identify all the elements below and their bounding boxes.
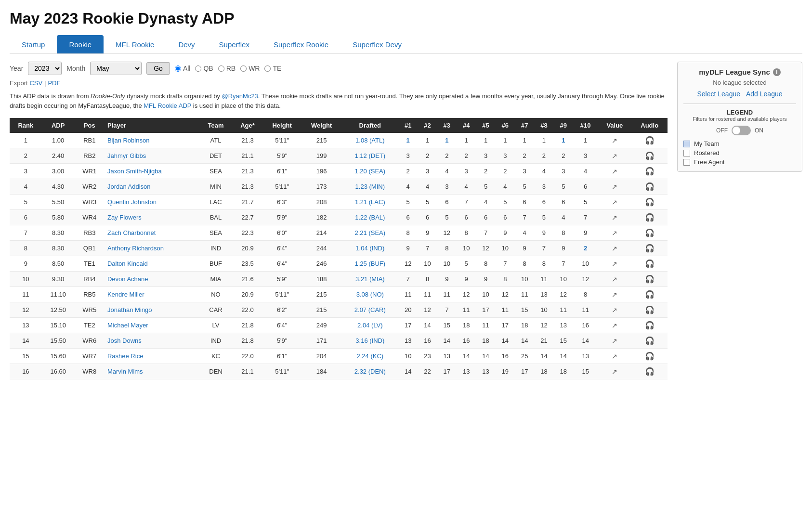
audio-icon[interactable]: 🎧 <box>645 152 655 160</box>
tab-superflex-devy[interactable]: Superflex Devy <box>341 35 414 53</box>
adp: 1.00 <box>42 133 75 148</box>
pick-1: 1 <box>398 133 418 148</box>
drafted-link[interactable]: 2.21 (SEA) <box>355 229 386 236</box>
audio-icon[interactable]: 🎧 <box>645 244 655 252</box>
player-link[interactable]: Anthony Richardson <box>107 245 164 252</box>
pick-5: 8 <box>476 256 495 272</box>
export-pdf[interactable]: PDF <box>48 79 60 87</box>
filter-te-label[interactable]: TE <box>264 65 281 72</box>
audio-icon[interactable]: 🎧 <box>645 198 655 206</box>
filter-te-radio[interactable] <box>264 65 271 72</box>
add-league-link[interactable]: Add League <box>746 90 783 98</box>
player-link[interactable]: Jonathan Mingo <box>107 306 152 313</box>
toggle-switch[interactable] <box>732 126 751 135</box>
drafted-link[interactable]: 1.25 (BUF) <box>355 260 386 267</box>
month-select[interactable]: January February March April May June Ju… <box>90 62 142 75</box>
filter-rb-label[interactable]: RB <box>218 65 236 72</box>
audio-icon[interactable]: 🎧 <box>645 321 655 329</box>
drafted-link[interactable]: 2.07 (CAR) <box>354 306 386 313</box>
pick-7: 9 <box>515 241 534 256</box>
audio-icon[interactable]: 🎧 <box>645 182 655 191</box>
pick-9: 3 <box>554 164 573 179</box>
player-link[interactable]: Rashee Rice <box>107 352 143 360</box>
filter-all-label[interactable]: All <box>175 65 191 72</box>
free-agent-checkbox[interactable] <box>683 159 690 166</box>
drafted-link[interactable]: 2.24 (KC) <box>356 352 383 360</box>
player-link[interactable]: Zach Charbonnet <box>107 229 156 236</box>
drafted-link[interactable]: 2.04 (LV) <box>357 322 383 329</box>
height: 6'2" <box>263 302 301 318</box>
player-link[interactable]: Dalton Kincaid <box>107 260 148 267</box>
weight: 196 <box>301 164 342 179</box>
rostered-checkbox[interactable] <box>683 150 690 156</box>
right-panel: myDLF League Sync i No league selected S… <box>677 62 802 172</box>
tab-mfl-rookie[interactable]: MFL Rookie <box>104 35 166 53</box>
tab-superflex[interactable]: Superflex <box>207 35 262 53</box>
filter-all-radio[interactable] <box>175 65 181 72</box>
drafted-link[interactable]: 1.21 (LAC) <box>355 198 385 206</box>
pick-7: 4 <box>515 225 534 241</box>
pick-1: 2 <box>398 164 418 179</box>
filter-qb-radio[interactable] <box>195 65 201 72</box>
export-csv[interactable]: CSV <box>29 79 42 87</box>
player-link[interactable]: Jordan Addison <box>107 183 151 190</box>
info-icon[interactable]: i <box>773 68 781 76</box>
pos: WR2 <box>75 179 105 195</box>
audio-icon[interactable]: 🎧 <box>645 260 655 268</box>
filter-wr-radio[interactable] <box>240 65 247 72</box>
drafted-link[interactable]: 3.16 (IND) <box>355 337 384 344</box>
drafted-link[interactable]: 2.32 (DEN) <box>354 368 386 375</box>
table-row: 15 15.60 WR7 Rashee Rice KC 22.0 6'1" 20… <box>10 349 668 364</box>
audio-icon[interactable]: 🎧 <box>645 290 655 299</box>
audio-icon[interactable]: 🎧 <box>645 367 655 376</box>
drafted-link[interactable]: 1.08 (ATL) <box>355 137 384 144</box>
audio-icon[interactable]: 🎧 <box>645 352 655 360</box>
player-link[interactable]: Bijan Robinson <box>107 137 149 144</box>
drafted-link[interactable]: 1.22 (BAL) <box>355 214 385 221</box>
audio-icon[interactable]: 🎧 <box>645 275 655 283</box>
my-team-label: My Team <box>694 140 720 147</box>
player-link[interactable]: Kendre Miller <box>107 291 144 298</box>
mfl-rookie-link[interactable]: MFL Rookie ADP <box>144 102 191 109</box>
player-link[interactable]: Devon Achane <box>107 275 148 283</box>
pick-5: 3 <box>476 148 495 164</box>
filter-wr-label[interactable]: WR <box>240 65 260 72</box>
filter-rb-radio[interactable] <box>218 65 224 72</box>
select-league-link[interactable]: Select League <box>697 90 740 98</box>
audio-icon[interactable]: 🎧 <box>645 167 655 175</box>
player-link[interactable]: Jaxon Smith-Njigba <box>107 168 162 175</box>
audio-icon[interactable]: 🎧 <box>645 213 655 221</box>
tab-devy[interactable]: Devy <box>166 35 207 53</box>
audio-icon[interactable]: 🎧 <box>645 306 655 314</box>
filter-qb-label[interactable]: QB <box>195 65 213 72</box>
player-link[interactable]: Marvin Mims <box>107 368 143 375</box>
go-button[interactable]: Go <box>146 62 170 75</box>
year-select[interactable]: 2021 2022 2023 2024 <box>28 62 62 75</box>
player-link[interactable]: Josh Downs <box>107 337 142 344</box>
audio-icon[interactable]: 🎧 <box>645 229 655 237</box>
audio-icon[interactable]: 🎧 <box>645 136 655 144</box>
player-name: Jonathan Mingo <box>105 302 199 318</box>
tab-superflex-rookie[interactable]: Superflex Rookie <box>262 35 341 53</box>
pick-2: 16 <box>418 333 437 349</box>
weight: 208 <box>301 195 342 210</box>
drafted-link[interactable]: 1.23 (MIN) <box>355 183 385 190</box>
drafted-link[interactable]: 1.20 (SEA) <box>355 168 386 175</box>
my-team-checkbox[interactable] <box>683 141 690 147</box>
tab-rookie[interactable]: Rookie <box>57 35 104 53</box>
player-link[interactable]: Jahmyr Gibbs <box>107 152 146 159</box>
drafted-link[interactable]: 1.04 (IND) <box>355 245 384 252</box>
player-link[interactable]: Michael Mayer <box>107 322 148 329</box>
rank: 14 <box>10 333 42 349</box>
ryan-link[interactable]: @RyanMc23 <box>222 92 258 100</box>
player-link[interactable]: Zay Flowers <box>107 214 142 221</box>
adp: 8.30 <box>42 241 75 256</box>
tab-startup[interactable]: Startup <box>10 35 57 53</box>
pick-8: 14 <box>534 349 553 364</box>
pick-3: 5 <box>437 210 457 225</box>
drafted-link[interactable]: 3.08 (NO) <box>356 291 384 298</box>
player-link[interactable]: Quentin Johnston <box>107 198 157 206</box>
drafted-link[interactable]: 3.21 (MIA) <box>355 275 385 283</box>
audio-icon[interactable]: 🎧 <box>645 337 655 345</box>
drafted-link[interactable]: 1.12 (DET) <box>355 152 386 159</box>
